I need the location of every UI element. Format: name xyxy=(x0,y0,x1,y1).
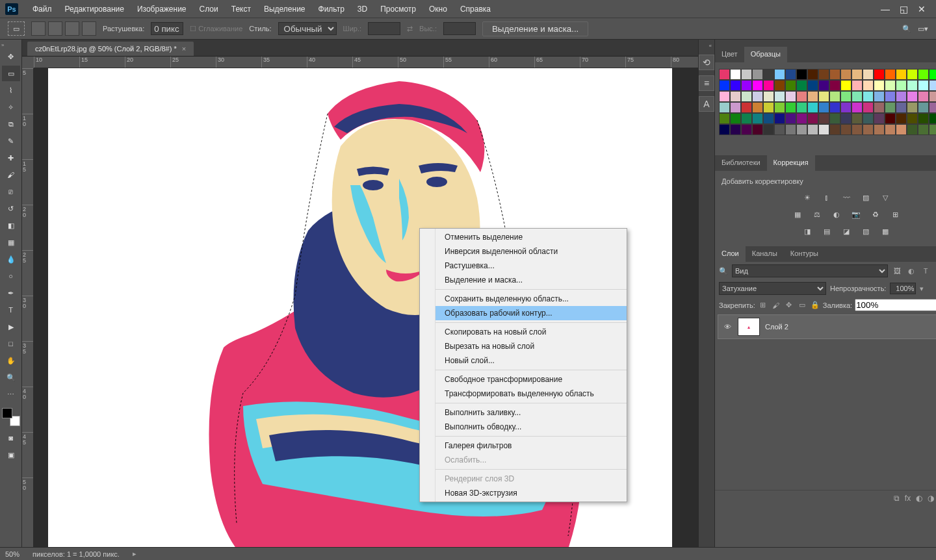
photo-filter-icon[interactable]: 📷 xyxy=(850,209,863,220)
menu-layers[interactable]: Слои xyxy=(193,1,225,17)
history-brush-tool[interactable]: ↺ xyxy=(2,201,20,216)
swatch-cell[interactable] xyxy=(785,91,796,102)
swatch-cell[interactable] xyxy=(774,80,785,91)
context-menu-item[interactable]: Сохранить выделенную область... xyxy=(436,292,627,306)
adjustments-tab[interactable]: Коррекция xyxy=(767,155,815,171)
context-menu-item[interactable]: Трансформировать выделенную область xyxy=(436,387,627,401)
swatch-cell[interactable] xyxy=(829,80,840,91)
swatch-cell[interactable] xyxy=(852,124,863,135)
eyedropper-tool[interactable]: ✎ xyxy=(2,133,20,149)
swatch-cell[interactable] xyxy=(918,124,929,135)
swatch-cell[interactable] xyxy=(818,91,829,102)
vibrance-icon[interactable]: ▽ xyxy=(879,192,892,203)
lasso-tool[interactable]: ⌇ xyxy=(2,83,20,98)
swatch-cell[interactable] xyxy=(840,80,852,91)
selective-color-icon[interactable]: ▩ xyxy=(879,225,892,237)
magic-wand-tool[interactable]: ✧ xyxy=(2,99,20,115)
swatch-cell[interactable] xyxy=(863,124,874,135)
character-panel-icon[interactable]: A xyxy=(699,96,714,112)
posterize-icon[interactable]: ▤ xyxy=(820,225,833,237)
swatch-cell[interactable] xyxy=(896,124,907,135)
swatch-cell[interactable] xyxy=(752,80,763,91)
swatch-cell[interactable] xyxy=(874,124,885,135)
swatch-cell[interactable] xyxy=(741,69,752,80)
menu-filter[interactable]: Фильтр xyxy=(312,1,351,17)
context-menu-item[interactable]: Вырезать на новый слой xyxy=(436,339,627,353)
swatch-cell[interactable] xyxy=(929,80,936,91)
context-menu-item[interactable]: Выделение и маска... xyxy=(436,273,627,287)
swatch-cell[interactable] xyxy=(774,102,785,113)
link-layers-icon[interactable]: ⧉ xyxy=(894,494,900,503)
swatch-cell[interactable] xyxy=(863,69,874,80)
swatch-cell[interactable] xyxy=(918,69,929,80)
swatch-cell[interactable] xyxy=(863,91,874,102)
swatch-cell[interactable] xyxy=(774,113,785,124)
filter-adjust-icon[interactable]: ◐ xyxy=(906,266,916,276)
context-menu-item[interactable]: Галерея фильтров xyxy=(436,439,627,453)
swatch-cell[interactable] xyxy=(818,113,829,124)
swatch-cell[interactable] xyxy=(829,113,840,124)
swatch-cell[interactable] xyxy=(852,80,863,91)
context-menu-item[interactable]: Инверсия выделенной области xyxy=(436,244,627,259)
invert-icon[interactable]: ◨ xyxy=(801,225,814,237)
swatch-cell[interactable] xyxy=(874,80,885,91)
swatch-cell[interactable] xyxy=(752,113,763,124)
swatch-cell[interactable] xyxy=(719,102,730,113)
current-tool-icon[interactable]: ▭ xyxy=(8,21,25,36)
selection-new-icon[interactable] xyxy=(31,21,46,36)
close-button[interactable]: ✕ xyxy=(916,4,927,14)
swatch-cell[interactable] xyxy=(763,69,774,80)
swatch-cell[interactable] xyxy=(907,124,918,135)
swatch-cell[interactable] xyxy=(763,80,774,91)
swatch-cell[interactable] xyxy=(752,102,763,113)
path-select-tool[interactable]: ▶ xyxy=(2,319,20,335)
swatch-cell[interactable] xyxy=(929,102,936,113)
hand-tool[interactable]: ✋ xyxy=(2,353,20,368)
swatch-cell[interactable] xyxy=(774,91,785,102)
swatch-cell[interactable] xyxy=(796,69,807,80)
eraser-tool[interactable]: ◧ xyxy=(2,218,20,233)
context-menu-item[interactable]: Выполнить обводку... xyxy=(436,420,627,434)
context-menu-item[interactable]: Отменить выделение xyxy=(436,230,627,244)
doc-info-chevron[interactable]: ▸ xyxy=(133,550,136,558)
swatch-cell[interactable] xyxy=(929,113,936,124)
swatch-cell[interactable] xyxy=(719,91,730,102)
swatch-cell[interactable] xyxy=(896,80,907,91)
menu-file[interactable]: Файл xyxy=(26,1,58,17)
zoom-tool[interactable]: 🔍 xyxy=(2,370,20,385)
visibility-icon[interactable]: 👁 xyxy=(722,323,733,331)
swatch-cell[interactable] xyxy=(785,113,796,124)
swatch-cell[interactable] xyxy=(840,69,852,80)
swatch-cell[interactable] xyxy=(730,102,741,113)
swatch-cell[interactable] xyxy=(730,69,741,80)
menu-window[interactable]: Окно xyxy=(422,1,454,17)
swatch-cell[interactable] xyxy=(829,91,840,102)
swatch-cell[interactable] xyxy=(885,91,896,102)
swatch-cell[interactable] xyxy=(730,113,741,124)
layer-name[interactable]: Слой 2 xyxy=(765,323,788,331)
swatch-cell[interactable] xyxy=(807,69,818,80)
swatch-cell[interactable] xyxy=(852,113,863,124)
menu-edit[interactable]: Редактирование xyxy=(58,1,131,17)
swatch-cell[interactable] xyxy=(896,113,907,124)
lock-position-icon[interactable]: ✥ xyxy=(784,300,794,311)
swatch-cell[interactable] xyxy=(796,102,807,113)
balance-icon[interactable]: ⚖ xyxy=(811,209,824,220)
swatch-cell[interactable] xyxy=(796,80,807,91)
swatch-cell[interactable] xyxy=(840,91,852,102)
blur-tool[interactable]: 💧 xyxy=(2,251,20,267)
swatch-cell[interactable] xyxy=(774,69,785,80)
workspace-icon[interactable]: ▭▾ xyxy=(918,25,928,33)
swatch-cell[interactable] xyxy=(874,69,885,80)
swatch-cell[interactable] xyxy=(929,124,936,135)
maximize-button[interactable]: ◱ xyxy=(898,4,909,14)
swatch-cell[interactable] xyxy=(874,102,885,113)
layer-row[interactable]: 👁 ▲ Слой 2 xyxy=(718,314,936,339)
collapse-panel-icon[interactable]: » xyxy=(715,40,936,47)
swatch-cell[interactable] xyxy=(885,80,896,91)
style-select[interactable]: Обычный xyxy=(278,22,337,35)
search-icon[interactable]: 🔍 xyxy=(902,25,911,33)
swatch-cell[interactable] xyxy=(763,124,774,135)
context-menu-item[interactable]: Образовать рабочий контур... xyxy=(436,306,627,320)
swatch-cell[interactable] xyxy=(785,102,796,113)
